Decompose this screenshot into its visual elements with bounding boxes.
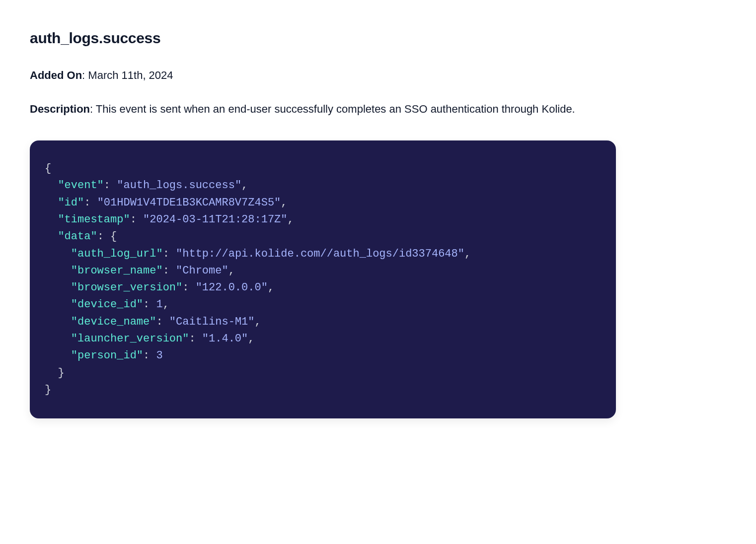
- code-device-name-value: Caitlins-M1: [176, 316, 248, 328]
- added-on-label: Added On: [30, 69, 82, 81]
- code-person-id-value: 3: [156, 349, 162, 362]
- code-browser-name-value: Chrome: [182, 265, 222, 277]
- code-device-id-value: 1: [156, 298, 162, 311]
- code-sample: { "event": "auth_logs.success", "id": "0…: [30, 140, 616, 418]
- document-content: auth_logs.success Added On: March 11th, …: [30, 30, 616, 418]
- code-browser-version-value: 122.0.0.0: [202, 281, 261, 294]
- added-on-line: Added On: March 11th, 2024: [30, 67, 616, 84]
- description-label: Description: [30, 103, 90, 115]
- description-colon: :: [90, 103, 96, 115]
- code-launcher-version-value: 1.4.0: [209, 333, 241, 345]
- added-on-value: March 11th, 2024: [88, 69, 173, 81]
- code-event-value: auth_logs.success: [123, 179, 234, 192]
- added-on-colon: :: [82, 69, 88, 81]
- description-line: Description: This event is sent when an …: [30, 99, 616, 120]
- code-auth-log-url-value: http://api.kolide.com//auth_logs/id33746…: [182, 248, 458, 260]
- page-title: auth_logs.success: [30, 30, 616, 47]
- code-id-value: 01HDW1V4TDE1B3KCAMR8V7Z4S5: [104, 197, 274, 209]
- code-timestamp-value: 2024-03-11T21:28:17Z: [150, 213, 281, 226]
- description-value: This event is sent when an end-user succ…: [96, 103, 575, 115]
